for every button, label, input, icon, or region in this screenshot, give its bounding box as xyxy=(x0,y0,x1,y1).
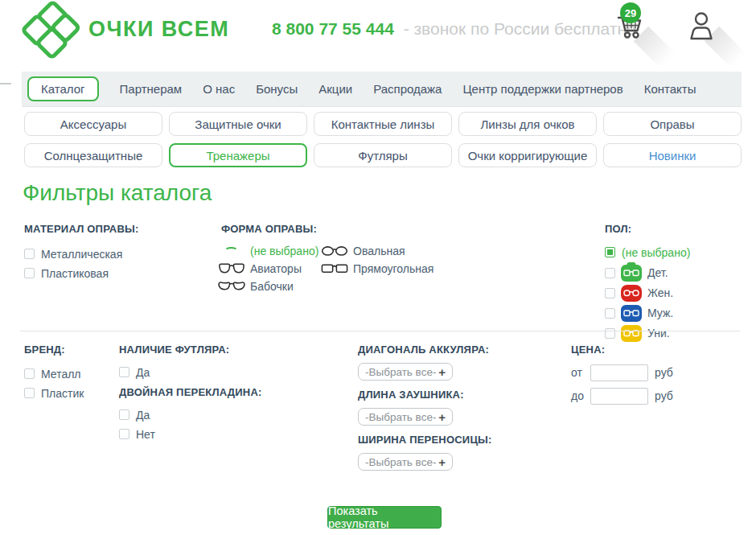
unisex-face-icon xyxy=(621,325,642,342)
gender-option-children[interactable]: Дет. xyxy=(605,264,690,282)
bridge-width-dropdown[interactable]: -Выбрать все- + xyxy=(358,453,453,471)
nav-item-contacts[interactable]: Контакты xyxy=(644,82,696,96)
currency-label: руб xyxy=(655,366,668,379)
gender-option-unisex[interactable]: Уни. xyxy=(605,324,690,342)
category-accessories[interactable]: Аксессуары xyxy=(24,112,162,136)
double-bridge-option-no[interactable]: Нет xyxy=(119,426,262,442)
plus-icon: + xyxy=(438,456,446,468)
category-grid: Аксессуары Защитные очки Контактные линз… xyxy=(24,112,742,167)
shape-option-none[interactable]: (не выбрано) xyxy=(217,243,317,258)
cart-button[interactable]: 29 xyxy=(613,10,650,50)
logo-text: ОЧКИ ВСЕМ xyxy=(88,17,229,42)
checkbox[interactable] xyxy=(24,268,35,278)
user-icon xyxy=(684,10,721,43)
category-cases[interactable]: Футляры xyxy=(314,143,452,167)
filter-case-label: НАЛИЧИЕ ФУТЛЯРА: xyxy=(119,344,262,356)
filter-brand: БРЕНД: Металл Пластик xyxy=(24,344,84,405)
currency-label: руб xyxy=(655,389,668,402)
butterfly-glasses-icon xyxy=(217,280,245,293)
account-button[interactable] xyxy=(684,10,721,50)
gender-option-women[interactable]: Жен. xyxy=(605,284,690,302)
gender-option-men[interactable]: Муж. xyxy=(605,304,690,322)
child-face-icon xyxy=(621,265,642,282)
category-lenses[interactable]: Линзы для очков xyxy=(458,112,597,136)
phone-line: 8 800 77 55 444 - звонок по России беспл… xyxy=(272,19,636,39)
logo[interactable]: ОЧКИ ВСЕМ xyxy=(24,3,229,55)
page-title: Фильтры каталога xyxy=(23,180,212,206)
filter-shape: ФОРМА ОПРАВЫ: (не выбрано) Овальная xyxy=(217,223,433,294)
checkbox[interactable] xyxy=(24,249,35,259)
phone-note: - звонок по России бесплатно xyxy=(404,19,636,38)
gender-option-none[interactable]: (не выбрано) xyxy=(605,245,690,260)
checkbox[interactable] xyxy=(24,368,35,379)
shape-option-butterfly[interactable]: Бабочки xyxy=(217,278,317,294)
shape-option-oval[interactable]: Овальная xyxy=(320,243,433,258)
filter-material-label: МАТЕРИАЛ ОПРАВЫ: xyxy=(24,223,139,235)
checkbox[interactable] xyxy=(119,429,129,439)
double-bridge-option-yes[interactable]: Да xyxy=(119,407,262,422)
filter-bridge-width-label: ШИРИНА ПЕРЕНОСИЦЫ: xyxy=(358,434,492,446)
material-option-metal[interactable]: Металлическая xyxy=(24,246,139,261)
none-selected-arc-icon xyxy=(217,245,245,257)
nav-item-catalog[interactable]: Каталог xyxy=(27,76,99,101)
filter-price: ЦЕНА: от руб до руб xyxy=(571,344,668,410)
filter-double-bridge-label: ДВОЙНАЯ ПЕРЕКЛАДИНА: xyxy=(119,386,262,398)
plus-icon: + xyxy=(438,411,446,423)
filter-price-label: ЦЕНА: xyxy=(571,344,668,356)
category-contact-lenses[interactable]: Контактные линзы xyxy=(314,112,452,136)
brand-option-metal[interactable]: Металл xyxy=(24,366,84,381)
temple-length-dropdown[interactable]: -Выбрать все- + xyxy=(358,408,453,426)
checkbox[interactable] xyxy=(119,367,129,377)
filter-temple-length-label: ДЛИНА ЗАУШНИКА: xyxy=(358,389,492,401)
checkbox[interactable] xyxy=(605,268,615,278)
filter-gender-label: ПОЛ: xyxy=(605,223,690,235)
header: ОЧКИ ВСЕМ 8 800 77 55 444 - звонок по Ро… xyxy=(0,0,756,71)
woman-face-icon xyxy=(621,285,642,302)
checkbox-checked[interactable] xyxy=(605,247,615,257)
cart-count-badge: 29 xyxy=(620,2,641,23)
aviator-glasses-icon xyxy=(217,262,245,275)
filter-dropdowns: ДИАГОНАЛЬ АККУЛЯРА: -Выбрать все- + ДЛИН… xyxy=(358,344,492,479)
shape-option-aviator[interactable]: Авиаторы xyxy=(217,261,317,276)
plus-icon: + xyxy=(438,366,446,378)
checkbox[interactable] xyxy=(24,388,35,398)
material-option-plastic[interactable]: Пластиковая xyxy=(24,265,139,281)
left-edge-dash xyxy=(0,83,11,84)
filter-gender: ПОЛ: (не выбрано) Дет. Жен. xyxy=(605,223,690,344)
filter-brand-label: БРЕНД: xyxy=(24,344,84,356)
filter-material: МАТЕРИАЛ ОПРАВЫ: Металлическая Пластиков… xyxy=(24,223,139,285)
oval-glasses-icon xyxy=(320,245,348,257)
nav-item-sale[interactable]: Распродажа xyxy=(373,82,442,96)
nav-item-bonuses[interactable]: Бонусы xyxy=(256,82,298,96)
nav-item-partners[interactable]: Партнерам xyxy=(120,82,183,96)
category-corrective[interactable]: Очки корригирующие xyxy=(458,143,597,167)
diagonal-dropdown[interactable]: -Выбрать все- + xyxy=(358,363,453,381)
nav-item-promotions[interactable]: Акции xyxy=(318,82,352,96)
category-sunglasses[interactable]: Солнцезащитные xyxy=(24,143,162,167)
filter-case: НАЛИЧИЕ ФУТЛЯРА: Да ДВОЙНАЯ ПЕРЕКЛАДИНА:… xyxy=(119,344,262,446)
show-results-button[interactable]: Показать результаты xyxy=(327,506,442,529)
checkbox[interactable] xyxy=(605,328,615,339)
price-to-input[interactable] xyxy=(590,388,648,405)
case-option-yes[interactable]: Да xyxy=(119,364,262,380)
price-from-input[interactable] xyxy=(590,364,648,381)
checkbox[interactable] xyxy=(605,288,615,298)
rect-glasses-icon xyxy=(320,262,348,275)
logo-icon xyxy=(24,3,79,55)
phone-number: 8 800 77 55 444 xyxy=(272,19,394,38)
nav-item-about[interactable]: О нас xyxy=(203,82,235,96)
checkbox[interactable] xyxy=(605,308,615,319)
brand-option-plastic[interactable]: Пластик xyxy=(24,385,84,401)
category-new[interactable]: Новинки xyxy=(603,143,742,167)
shape-option-rectangular[interactable]: Прямоугольная xyxy=(320,261,433,276)
category-trainers[interactable]: Тренажеры xyxy=(169,143,307,167)
checkbox[interactable] xyxy=(119,409,129,420)
category-frames[interactable]: Оправы xyxy=(603,112,742,136)
section-divider xyxy=(20,331,740,331)
nav-item-partner-support[interactable]: Центр поддержки партнеров xyxy=(462,82,622,96)
price-to-label: до xyxy=(571,389,584,402)
man-face-icon xyxy=(621,305,642,322)
category-safety-glasses[interactable]: Защитные очки xyxy=(169,112,307,136)
filter-diagonal-label: ДИАГОНАЛЬ АККУЛЯРА: xyxy=(358,344,492,356)
main-nav: Каталог Партнерам О нас Бонусы Акции Рас… xyxy=(22,72,742,107)
